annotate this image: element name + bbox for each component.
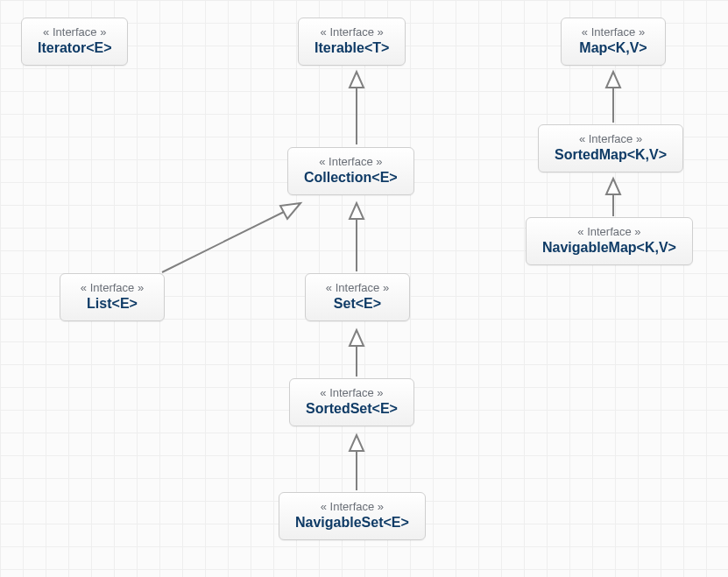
- class-name: Set<E>: [322, 296, 393, 312]
- arrowhead-list-collection: [280, 203, 300, 219]
- node-list[interactable]: « Interface » List<E>: [60, 273, 165, 321]
- diagram-canvas: « Interface » Iterator<E> « Interface » …: [0, 0, 728, 577]
- node-set[interactable]: « Interface » Set<E>: [305, 273, 410, 321]
- class-name: SortedSet<E>: [306, 401, 398, 417]
- edge-list-collection: [162, 210, 287, 272]
- node-collection[interactable]: « Interface » Collection<E>: [287, 147, 414, 195]
- stereotype-label: « Interface »: [76, 281, 148, 294]
- stereotype-label: « Interface »: [295, 500, 409, 513]
- class-name: NavigableMap<K,V>: [542, 240, 676, 256]
- stereotype-label: « Interface »: [304, 155, 398, 168]
- arrowhead-collection-iterable: [350, 72, 364, 88]
- class-name: Collection<E>: [304, 170, 398, 186]
- arrowhead-navigableset-sortedset: [350, 435, 364, 451]
- stereotype-label: « Interface »: [555, 132, 667, 145]
- node-navigableset[interactable]: « Interface » NavigableSet<E>: [279, 492, 426, 540]
- node-navigablemap[interactable]: « Interface » NavigableMap<K,V>: [526, 217, 693, 265]
- node-iterator[interactable]: « Interface » Iterator<E>: [21, 18, 128, 66]
- class-name: Iterator<E>: [38, 40, 111, 56]
- class-name: Iterable<T>: [315, 40, 389, 56]
- class-name: NavigableSet<E>: [295, 515, 409, 531]
- node-iterable[interactable]: « Interface » Iterable<T>: [298, 18, 406, 66]
- class-name: Map<K,V>: [577, 40, 649, 56]
- class-name: SortedMap<K,V>: [555, 147, 667, 163]
- stereotype-label: « Interface »: [306, 386, 398, 399]
- stereotype-label: « Interface »: [315, 25, 389, 39]
- node-sortedset[interactable]: « Interface » SortedSet<E>: [289, 378, 414, 426]
- stereotype-label: « Interface »: [38, 25, 111, 39]
- arrowhead-sortedmap-map: [606, 72, 620, 88]
- arrowhead-set-collection: [350, 203, 364, 219]
- class-name: List<E>: [76, 296, 148, 312]
- node-map[interactable]: « Interface » Map<K,V>: [561, 18, 666, 66]
- node-sortedmap[interactable]: « Interface » SortedMap<K,V>: [538, 124, 683, 172]
- stereotype-label: « Interface »: [322, 281, 393, 294]
- stereotype-label: « Interface »: [542, 225, 676, 238]
- stereotype-label: « Interface »: [577, 25, 649, 39]
- arrowhead-sortedset-set: [350, 330, 364, 346]
- arrowhead-navigablemap-sortedmap: [606, 179, 620, 194]
